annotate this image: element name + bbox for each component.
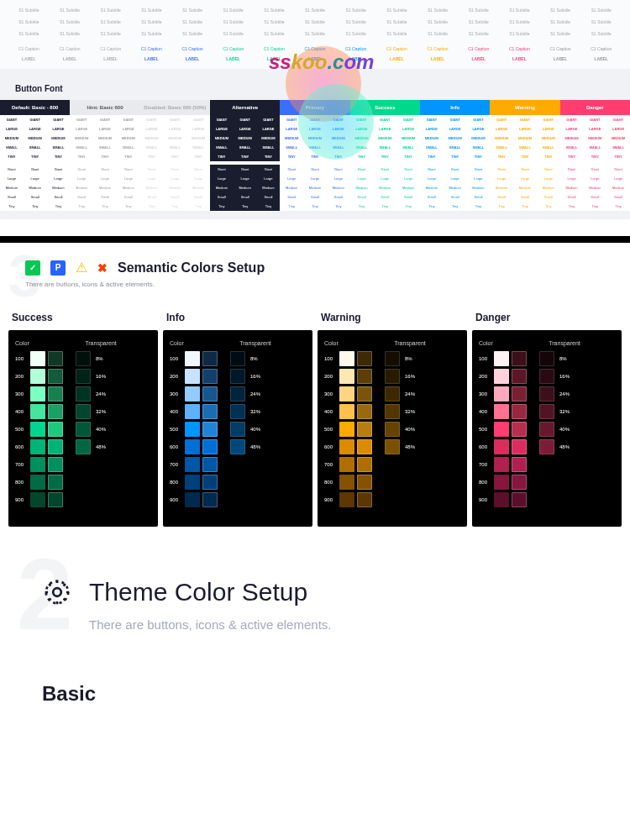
color-swatch[interactable] (30, 492, 45, 507)
color-swatch[interactable] (494, 457, 509, 472)
color-swatch-outline[interactable] (512, 475, 527, 490)
color-swatch-outline[interactable] (512, 369, 527, 384)
transparent-swatch[interactable] (539, 422, 554, 437)
transparent-swatch[interactable] (76, 369, 91, 384)
color-swatch[interactable] (30, 351, 45, 366)
color-swatch[interactable] (339, 369, 354, 384)
color-swatch-outline[interactable] (202, 492, 218, 507)
color-swatch-outline[interactable] (202, 404, 218, 419)
color-swatch-outline[interactable] (512, 457, 527, 472)
color-swatch-outline[interactable] (48, 439, 63, 454)
color-swatch[interactable] (339, 386, 354, 402)
color-swatch-outline[interactable] (357, 475, 372, 490)
transparent-swatch[interactable] (230, 439, 245, 454)
color-swatch[interactable] (185, 386, 200, 402)
color-swatch[interactable] (30, 457, 45, 472)
color-swatch-outline[interactable] (357, 457, 372, 472)
transparent-swatch[interactable] (385, 351, 400, 366)
color-swatch[interactable] (339, 404, 354, 419)
color-swatch-outline[interactable] (202, 439, 218, 454)
color-swatch[interactable] (339, 422, 354, 437)
transparent-swatch[interactable] (539, 404, 554, 419)
transparent-swatch[interactable] (539, 439, 554, 454)
color-swatch-outline[interactable] (357, 404, 372, 419)
bf-header-default: Default: Basic - 800 (0, 100, 70, 115)
color-swatch[interactable] (185, 369, 200, 384)
color-swatch[interactable] (185, 475, 200, 490)
color-swatch[interactable] (494, 475, 509, 490)
color-swatch[interactable] (494, 351, 509, 366)
color-swatch-outline[interactable] (202, 369, 218, 384)
color-swatch-outline[interactable] (202, 422, 218, 437)
color-swatch-outline[interactable] (512, 422, 527, 437)
transparent-swatch[interactable] (385, 422, 400, 437)
color-swatch[interactable] (30, 475, 45, 490)
color-swatch[interactable] (494, 439, 509, 454)
transparent-swatch[interactable] (385, 386, 400, 402)
color-swatch[interactable] (185, 457, 200, 472)
transparent-swatch[interactable] (230, 422, 245, 437)
transparent-swatch[interactable] (385, 369, 400, 384)
color-swatch-outline[interactable] (48, 457, 63, 472)
color-swatch[interactable] (339, 492, 354, 507)
color-swatch[interactable] (185, 439, 200, 454)
color-swatch[interactable] (339, 457, 354, 472)
color-swatch-outline[interactable] (512, 492, 527, 507)
color-swatch[interactable] (494, 492, 509, 507)
transparent-swatch[interactable] (230, 404, 245, 419)
color-swatch-outline[interactable] (512, 351, 527, 366)
color-swatch-outline[interactable] (512, 386, 527, 402)
color-swatch[interactable] (30, 422, 45, 437)
color-swatch[interactable] (494, 422, 509, 437)
color-swatch-outline[interactable] (202, 475, 218, 490)
color-swatch[interactable] (185, 492, 200, 507)
color-swatch-outline[interactable] (48, 351, 63, 366)
color-swatch-outline[interactable] (357, 492, 372, 507)
color-swatch-outline[interactable] (512, 404, 527, 419)
color-swatch-outline[interactable] (48, 369, 63, 384)
color-swatch[interactable] (339, 439, 354, 454)
transparent-swatch[interactable] (539, 351, 554, 366)
transparent-swatch[interactable] (76, 351, 91, 366)
transparent-swatch[interactable] (76, 422, 91, 437)
color-swatch-outline[interactable] (357, 439, 372, 454)
transparent-swatch[interactable] (385, 404, 400, 419)
color-swatch-outline[interactable] (512, 439, 527, 454)
color-swatch-outline[interactable] (202, 351, 218, 366)
color-swatch[interactable] (30, 439, 45, 454)
color-swatch-outline[interactable] (48, 492, 63, 507)
color-swatch[interactable] (30, 369, 45, 384)
color-swatch[interactable] (30, 386, 45, 402)
color-swatch[interactable] (185, 351, 200, 366)
transparent-swatch[interactable] (385, 439, 400, 454)
color-swatch-outline[interactable] (48, 404, 63, 419)
transparent-swatch[interactable] (76, 386, 91, 402)
color-swatch[interactable] (30, 404, 45, 419)
color-swatch-outline[interactable] (202, 386, 218, 402)
color-swatch-outline[interactable] (48, 422, 63, 437)
transparent-swatch[interactable] (76, 404, 91, 419)
transparent-swatch[interactable] (230, 351, 245, 366)
transparent-swatch[interactable] (76, 439, 91, 454)
bf-sample: GIANT (420, 115, 444, 124)
color-swatch[interactable] (494, 404, 509, 419)
transparent-swatch[interactable] (230, 369, 245, 384)
color-swatch-outline[interactable] (48, 386, 63, 402)
color-swatch-outline[interactable] (357, 351, 372, 366)
transparent-swatch[interactable] (539, 386, 554, 402)
color-swatch[interactable] (494, 369, 509, 384)
bf-sample: Small (140, 192, 164, 202)
color-swatch-outline[interactable] (357, 422, 372, 437)
transparent-swatch[interactable] (539, 369, 554, 384)
bf-sample: SMALL (117, 143, 140, 152)
color-swatch[interactable] (339, 351, 354, 366)
color-swatch[interactable] (494, 386, 509, 402)
color-swatch-outline[interactable] (202, 457, 218, 472)
color-swatch[interactable] (185, 422, 200, 437)
color-swatch-outline[interactable] (357, 386, 372, 402)
color-swatch-outline[interactable] (48, 475, 63, 490)
color-swatch-outline[interactable] (357, 369, 372, 384)
color-swatch[interactable] (339, 475, 354, 490)
transparent-swatch[interactable] (230, 386, 245, 402)
color-swatch[interactable] (185, 404, 200, 419)
